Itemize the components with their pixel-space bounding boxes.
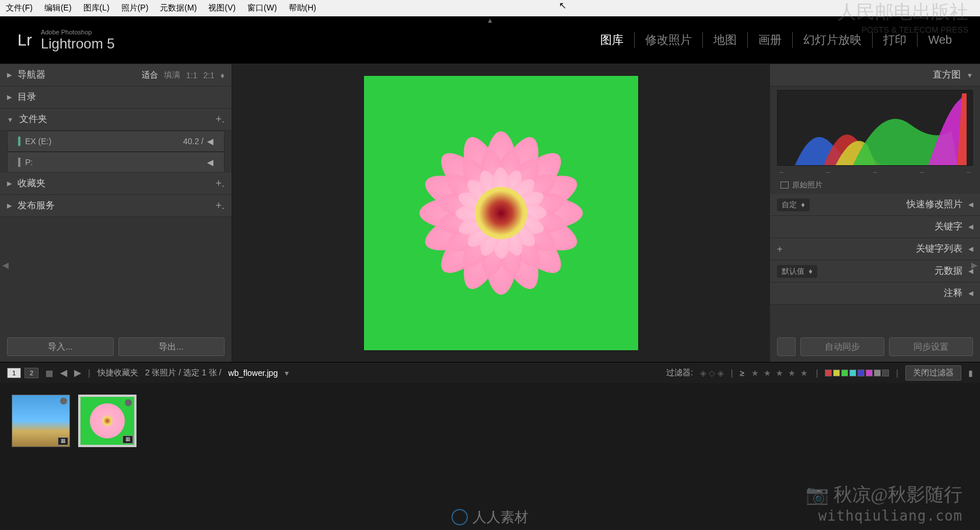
breadcrumb-dropdown-icon[interactable]: ▾ <box>285 368 289 378</box>
thumb-badge-icon: ▦ <box>58 437 68 445</box>
filter-label: 过滤器: <box>666 368 693 378</box>
module-map[interactable]: 地图 <box>702 32 747 48</box>
quickdev-label: 快速修改照片 <box>907 198 963 211</box>
metadata-dropdown[interactable]: 默认值 ♦ <box>777 265 817 278</box>
keyword-panel[interactable]: 关键字 ◀ <box>770 216 980 238</box>
module-book[interactable]: 画册 <box>747 32 792 48</box>
module-develop[interactable]: 修改照片 <box>634 32 702 48</box>
module-print[interactable]: 打印 <box>872 32 917 48</box>
triangle-right-icon: ▶ <box>7 202 12 210</box>
collapse-icon[interactable]: ◀ <box>207 137 214 146</box>
nav-2to1[interactable]: 2:1 <box>203 71 214 80</box>
expand-right-icon[interactable]: ▶ <box>971 260 978 270</box>
loupe-view[interactable] <box>232 64 770 362</box>
triangle-down-icon: ▼ <box>7 116 13 123</box>
thumb-badge-icon: ▦ <box>123 435 133 444</box>
triangle-left-icon: ◀ <box>968 201 973 208</box>
quickdev-dropdown[interactable]: 自定 ♦ <box>777 198 810 211</box>
folders-label: 文件夹 <box>19 113 47 125</box>
keyword-label: 关键字 <box>935 221 963 233</box>
catalog-panel[interactable]: ▶ 目录 <box>0 86 232 109</box>
rating-ge[interactable]: ≥ <box>740 368 744 378</box>
next-arrow-icon[interactable]: ▶ <box>74 367 81 378</box>
navigator-panel[interactable]: ▶ 导航器 适合 填满 1:1 2:1 ♦ <box>0 64 232 86</box>
module-picker: 图库 修改照片 地图 画册 幻灯片放映 打印 Web <box>590 32 963 48</box>
add-folder-icon[interactable]: +. <box>215 113 225 125</box>
add-collection-icon[interactable]: +. <box>215 177 225 190</box>
collections-label: 收藏夹 <box>18 177 46 190</box>
menu-library[interactable]: 图库(L) <box>83 3 110 13</box>
breadcrumb-quick[interactable]: 快捷收藏夹 <box>97 368 138 378</box>
menu-view[interactable]: 视图(V) <box>208 3 236 13</box>
module-web[interactable]: Web <box>917 33 963 47</box>
nav-fill[interactable]: 填满 <box>164 70 180 81</box>
triangle-right-icon: ▶ <box>7 93 12 101</box>
import-button[interactable]: 导入... <box>7 337 114 356</box>
export-button[interactable]: 导出... <box>118 337 225 356</box>
rating-filter[interactable]: ★ ★ ★ ★ ★ <box>751 368 809 378</box>
expand-left-icon[interactable]: ◀ <box>2 260 9 270</box>
filter-lock-icon[interactable]: ▮ <box>968 368 973 378</box>
collections-panel[interactable]: ▶ 收藏夹 +. <box>0 173 232 195</box>
drive-name: EX (E:) <box>25 137 51 146</box>
grid-icon[interactable]: ▦ <box>46 368 53 378</box>
nav-fit[interactable]: 适合 <box>142 70 158 81</box>
histogram-panel[interactable]: 直方图 ▼ <box>770 64 980 86</box>
filmstrip: ▦ ▦ <box>0 383 980 459</box>
view-mode-1[interactable]: 1 <box>7 368 21 378</box>
thumbnail-2[interactable]: ▦ <box>78 395 136 447</box>
menu-bar: 文件(F) 编辑(E) 图库(L) 照片(P) 元数据(M) 视图(V) 窗口(… <box>0 0 980 16</box>
triangle-left-icon: ◀ <box>968 245 973 253</box>
drive-row-p[interactable]: P: ◀ <box>7 152 225 173</box>
quickdev-panel[interactable]: 自定 ♦ 快速修改照片 ◀ <box>770 194 980 216</box>
identity-plate: ▲ Lr Adobe Photoshop Lightroom 5 图库 修改照片… <box>0 16 980 64</box>
menu-window[interactable]: 窗口(W) <box>247 3 277 13</box>
drive-row-ex[interactable]: EX (E:) 40.2 / ◀ <box>7 131 225 152</box>
histogram-ticks: ––––– <box>770 168 980 176</box>
flag-filters[interactable]: ◈ ◇ ◈ <box>700 368 724 378</box>
add-publish-icon[interactable]: +. <box>215 200 225 212</box>
menu-help[interactable]: 帮助(H) <box>289 3 316 13</box>
add-keyword-icon[interactable]: + <box>777 244 782 254</box>
triangle-left-icon: ◀ <box>968 223 973 231</box>
thumbnail-1[interactable]: ▦ <box>12 395 70 447</box>
logo-lr: Lr <box>18 31 32 50</box>
nav-1to1[interactable]: 1:1 <box>186 71 197 80</box>
histogram-graph <box>777 90 973 166</box>
collapse-icon[interactable]: ◀ <box>207 158 214 167</box>
syncsettings-button[interactable]: 同步设置 <box>889 337 973 356</box>
keywordlist-label: 关键字列表 <box>916 243 963 255</box>
menu-edit[interactable]: 编辑(E) <box>44 3 72 13</box>
nav-more-icon[interactable]: ♦ <box>220 71 225 80</box>
comment-panel[interactable]: 注释 ◀ <box>770 283 980 305</box>
filter-off-button[interactable]: 关闭过滤器 <box>905 365 961 381</box>
publish-label: 发布服务 <box>18 200 55 212</box>
color-filter[interactable] <box>825 369 889 376</box>
thumb-status-icon <box>60 398 67 405</box>
logo-product: Lightroom 5 <box>41 36 115 52</box>
app-logo: Lr Adobe Photoshop Lightroom 5 <box>18 29 115 52</box>
breadcrumb-count: 2 张照片 / 选定 1 张 / <box>145 368 222 378</box>
collapse-top-icon[interactable]: ▲ <box>487 16 494 25</box>
metadata-panel[interactable]: 默认值 ♦ 元数据 ◀ <box>770 260 980 283</box>
module-library[interactable]: 图库 <box>590 32 634 48</box>
metadata-label: 元数据 <box>935 265 963 277</box>
drive-status-icon <box>18 158 20 167</box>
menu-file[interactable]: 文件(F) <box>6 3 33 13</box>
menu-metadata[interactable]: 元数据(M) <box>160 3 197 13</box>
folders-panel[interactable]: ▼ 文件夹 +. <box>0 109 232 131</box>
publish-panel[interactable]: ▶ 发布服务 +. <box>0 195 232 217</box>
filter-bar: 1 2 ▦ ◀ ▶ | 快捷收藏夹 2 张照片 / 选定 1 张 / wb_fl… <box>0 362 980 383</box>
sync-switch-icon[interactable] <box>777 337 796 356</box>
menu-photo[interactable]: 照片(P) <box>121 3 149 13</box>
left-panel: ▶ 导航器 适合 填满 1:1 2:1 ♦ ▶ 目录 ▼ 文件夹 +. <box>0 64 232 362</box>
triangle-left-icon: ◀ <box>968 290 973 297</box>
original-photo-label: 原始照片 <box>770 176 980 194</box>
prev-arrow-icon[interactable]: ◀ <box>60 367 67 378</box>
keywordlist-panel[interactable]: + 关键字列表 ◀ <box>770 238 980 260</box>
autosync-button[interactable]: 自动同步 <box>800 337 884 356</box>
view-mode-2[interactable]: 2 <box>24 368 38 378</box>
watermark-author: 📷 秋凉@秋影随行 withqiuliang.com <box>806 482 963 524</box>
module-slideshow[interactable]: 幻灯片放映 <box>792 32 872 48</box>
drive-size: 40.2 / <box>183 137 204 146</box>
